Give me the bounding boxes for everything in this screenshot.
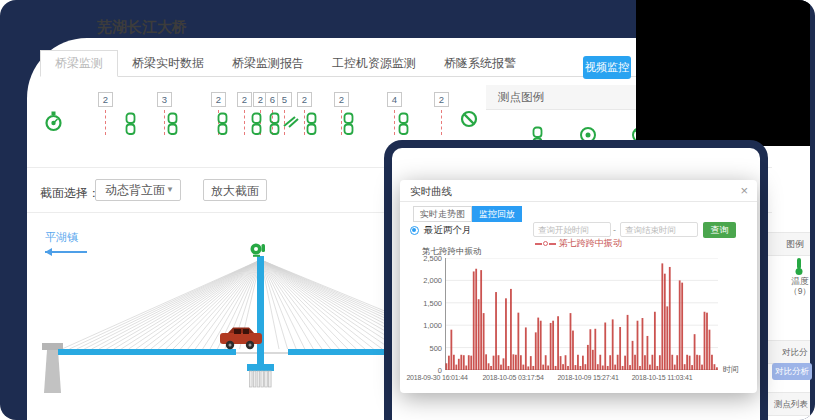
sensor-count-badge: 4 <box>387 92 402 107</box>
y-tick-label: 500 <box>418 344 442 353</box>
tab-item[interactable]: 工控机资源监测 <box>318 51 430 76</box>
vibration-chart-bars <box>445 258 718 370</box>
y-tick-label: 1,500 <box>418 299 442 308</box>
sensor-count-badge: 2 <box>211 92 226 107</box>
tab-item[interactable]: 桥梁实时数据 <box>118 51 218 76</box>
query-button[interactable]: 查询 <box>703 222 736 238</box>
tower-piles <box>250 371 272 387</box>
sensor-count-badge: 2 <box>434 92 449 107</box>
sensor-dashed-line <box>394 110 395 135</box>
sensor-count-badge: 2 <box>98 92 113 107</box>
tab-item[interactable]: 桥隧系统报警 <box>430 51 530 76</box>
chain-icon <box>166 112 179 140</box>
chain-icon <box>216 112 229 140</box>
dialog-title: 实时曲线 <box>410 185 452 199</box>
radio-label: 最近两个月 <box>424 224 472 237</box>
sensor-row: 23222652242 <box>27 88 547 148</box>
caret-down-icon: ▼ <box>166 180 174 200</box>
recent-two-months-radio[interactable] <box>410 226 419 235</box>
sensor-dashed-line <box>164 110 165 135</box>
cable-sensor-icon <box>283 114 299 132</box>
sensor-count-badge: 2 <box>237 92 252 107</box>
tower-foundation-cap <box>247 364 274 371</box>
chain-icon <box>124 112 137 140</box>
realtime-curve-dialog: 实时曲线 × 实时走势图监控回放 最近两个月 - 查询 第七跨跨中振动 第七跨跨… <box>400 180 757 393</box>
sensor-dashed-line <box>105 110 106 135</box>
gauge-icon <box>44 111 63 136</box>
y-tick-label: 1,000 <box>418 321 442 330</box>
section-select-label: 截面选择： <box>40 185 100 202</box>
screen: 芜湖长江大桥 桥梁监测桥梁实时数据桥梁监测报告工控机资源监测桥隧系统报警 视频监… <box>0 0 815 420</box>
camera-icon <box>251 244 266 257</box>
close-icon[interactable]: × <box>740 183 748 198</box>
x-axis-label: 时间 <box>723 364 739 375</box>
compare-analysis-button[interactable]: 对比分析 <box>772 363 812 380</box>
start-time-input[interactable] <box>533 222 611 237</box>
chain-icon <box>250 112 263 140</box>
bridge-pier-stem <box>44 350 61 393</box>
end-time-input[interactable] <box>620 222 698 237</box>
dialog-tabbar: 实时走势图监控回放 <box>413 206 522 222</box>
y-tick-label: 2,500 <box>418 254 442 263</box>
tab-item[interactable]: 桥梁监测 <box>40 50 118 77</box>
chain-icon <box>268 112 281 140</box>
dialog-tab-item[interactable]: 实时走势图 <box>413 206 472 222</box>
bridge-pier <box>42 343 63 350</box>
chart-plot-area <box>445 258 718 370</box>
range-separator: - <box>613 225 616 235</box>
section-select-value: 动态背立面 <box>105 183 165 197</box>
sensor-count-badge: 3 <box>157 92 172 107</box>
sensor-dashed-line <box>244 110 245 135</box>
sensor-count-badge: 2 <box>297 92 312 107</box>
sensor-count-badge: 2 <box>334 92 349 107</box>
vibration-chart: 第七跨跨中振动 2,5002,0001,5001,0005000 2018-09… <box>420 246 750 390</box>
y-tick-label: 2,000 <box>418 276 442 285</box>
desktop-black-area <box>636 0 810 146</box>
sensor-count-badge: 5 <box>277 92 292 107</box>
chain-icon <box>305 112 318 140</box>
sensor-dashed-line <box>441 110 442 135</box>
dialog-tab-item[interactable]: 监控回放 <box>472 206 522 222</box>
video-monitor-button[interactable]: 视频监控 <box>583 56 631 79</box>
page-title: 芜湖长江大桥 <box>97 18 187 37</box>
section-select[interactable]: 动态背立面 ▼ <box>95 179 181 201</box>
x-tick-label: 2018-10-15 11:03:41 <box>617 374 707 381</box>
bridge-deck-left <box>58 349 236 355</box>
temperature-count: （9） <box>782 286 815 298</box>
zoom-section-button[interactable]: 放大截面 <box>203 179 267 201</box>
ban-icon <box>460 110 478 132</box>
chain-icon <box>397 112 410 140</box>
dialog-header: 实时曲线 × <box>400 180 757 202</box>
legend-marker <box>535 243 542 245</box>
bridge-tower <box>257 256 264 371</box>
tab-item[interactable]: 桥梁监测报告 <box>218 51 318 76</box>
chain-icon <box>342 112 355 140</box>
